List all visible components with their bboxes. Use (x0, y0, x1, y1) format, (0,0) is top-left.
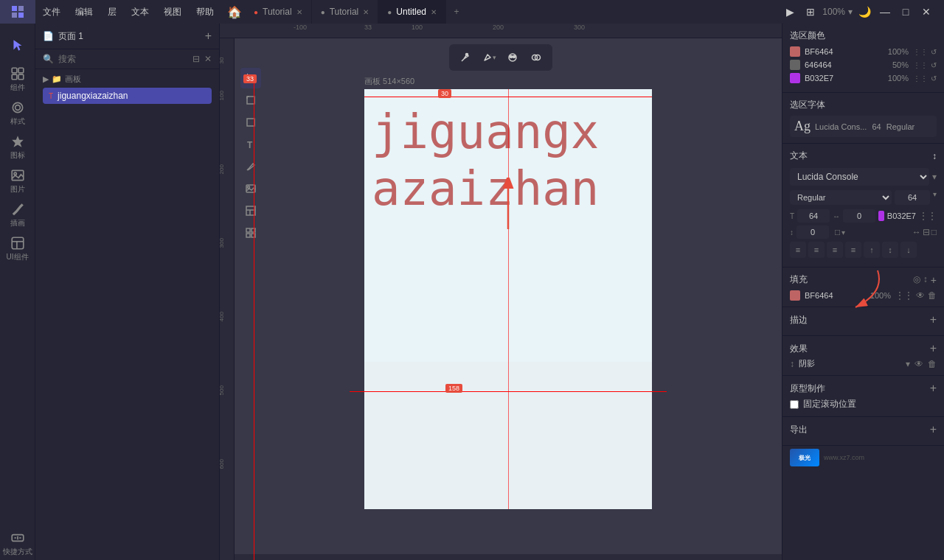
color-refresh-1[interactable]: ↺ (931, 48, 937, 56)
zoom-level[interactable]: 100% (822, 7, 845, 17)
menu-layer[interactable]: 层 (100, 0, 124, 24)
sidebar-sketch[interactable]: 插画 (1, 199, 34, 231)
close-search-icon[interactable]: ✕ (204, 54, 212, 64)
fixed-scroll-checkbox[interactable] (790, 400, 799, 409)
sidebar-shortcut[interactable]: 快捷方式 (1, 528, 34, 560)
valign-bottom-btn[interactable]: ↓ (900, 242, 917, 258)
tab-close-3[interactable]: ✕ (431, 8, 437, 16)
fill-tool[interactable]: ▾ (479, 47, 499, 68)
fill-opacity-icon[interactable]: ◎ (913, 274, 920, 286)
align-justify-btn[interactable]: ≡ (845, 242, 861, 258)
align-center-btn[interactable]: ≡ (808, 242, 825, 258)
close-button[interactable]: ✕ (917, 3, 935, 21)
fill-grid-btn[interactable]: ⋮⋮ (895, 290, 913, 301)
font-family-select[interactable]: Lucida Console (790, 168, 929, 186)
expand-icon[interactable]: ▶ (43, 74, 49, 84)
add-page-button[interactable]: + (205, 29, 212, 43)
below-artboard: 158 (364, 362, 652, 509)
valign-top-btn[interactable]: ↑ (864, 242, 880, 258)
text-tool-button[interactable]: T (240, 134, 261, 155)
tab-close-1[interactable]: ✕ (296, 8, 302, 16)
svg-rect-6 (18, 68, 24, 73)
tab-tutorial-2[interactable]: ● Tutorial ✕ (312, 0, 379, 24)
tab-close-2[interactable]: ✕ (363, 8, 369, 16)
add-tab-button[interactable]: + (446, 0, 467, 24)
color-grid-2[interactable]: ⋮⋮ (913, 61, 928, 69)
font-size-dropdown[interactable]: ▾ (933, 190, 937, 205)
guide-h-top: 30 (364, 97, 652, 97)
text-sort-icon[interactable]: ↕ (932, 151, 937, 161)
box-icon[interactable]: □ (835, 227, 840, 237)
layout-tool-button[interactable] (240, 200, 261, 221)
font-size-input[interactable] (895, 190, 930, 205)
pen-tool[interactable] (455, 47, 476, 68)
maximize-button[interactable]: □ (897, 3, 914, 21)
color-refresh-3[interactable]: ↺ (931, 74, 937, 83)
grid-tool-button[interactable] (240, 223, 261, 243)
text-color-chip[interactable] (878, 211, 884, 221)
align-h-icon[interactable]: ↔ (912, 227, 921, 237)
canvas-area[interactable]: -100 33 100 200 300 (220, 24, 782, 560)
grid-button[interactable]: ⊞ (802, 3, 819, 21)
text-color-grid[interactable]: ⋮⋮ (919, 211, 937, 221)
sidebar-select-tool[interactable] (1, 29, 34, 62)
scale-tool-button[interactable] (240, 90, 261, 111)
sidebar-image[interactable]: 图片 (1, 165, 34, 197)
sidebar-component[interactable]: 组件 (1, 63, 34, 96)
home-button[interactable]: 🏠 (224, 1, 245, 22)
tab-tutorial-1[interactable]: ● Tutorial ✕ (245, 0, 312, 24)
horizontal-scrollbar[interactable] (235, 554, 782, 560)
fill-delete-btn[interactable]: 🗑 (928, 290, 937, 301)
sidebar-style[interactable]: 样式 (1, 97, 34, 130)
color-grid-3[interactable]: ⋮⋮ (913, 74, 928, 83)
boolean-tool[interactable] (526, 47, 546, 68)
rectangle-tool-button[interactable] (240, 112, 261, 133)
fill-sort-icon[interactable]: ↕ (923, 274, 928, 286)
box-dropdown[interactable]: ▾ (841, 228, 845, 237)
fill-color-swatch[interactable] (790, 290, 800, 301)
list-view-icon[interactable]: ⊟ (192, 54, 200, 64)
effect-dropdown[interactable]: ▾ (906, 359, 910, 369)
color-swatch-3[interactable] (790, 73, 800, 83)
menu-edit[interactable]: 编辑 (68, 0, 100, 24)
fill-add-icon[interactable]: + (931, 274, 937, 286)
color-swatch-2[interactable] (790, 60, 800, 70)
tab-untitled[interactable]: ● Untitled ✕ (378, 0, 446, 24)
align-left-btn[interactable]: ≡ (790, 242, 806, 258)
effect-eye[interactable]: 👁 (914, 359, 923, 369)
align-right-btn[interactable]: ≡ (827, 242, 843, 258)
menu-text[interactable]: 文本 (124, 0, 156, 24)
search-input[interactable] (58, 54, 188, 64)
dark-mode-button[interactable]: 🌙 (856, 3, 873, 21)
selection-color-section: 选区颜色 BF6464 100% ⋮⋮ ↺ 646464 50% ⋮⋮ ↺ (782, 24, 944, 93)
proto-add-button[interactable]: + (930, 382, 937, 395)
sidebar-icon-tool[interactable]: 图标 (1, 131, 34, 164)
align-right-icon[interactable]: □ (931, 227, 937, 237)
align-center-icon[interactable]: ⊟ (923, 227, 930, 237)
menu-help[interactable]: 帮助 (189, 0, 221, 24)
font-style-select[interactable]: Regular (790, 190, 892, 205)
stroke-add-button[interactable]: + (930, 313, 937, 326)
color-grid-1[interactable]: ⋮⋮ (913, 48, 928, 56)
image-tool-button[interactable] (240, 178, 261, 199)
font-dropdown-icon[interactable]: ▾ (932, 172, 937, 182)
line-height-input[interactable] (796, 225, 829, 239)
effect-icon[interactable]: ↕ (790, 359, 794, 369)
menu-file[interactable]: 文件 (35, 0, 68, 24)
layer-item-text[interactable]: T jiguangxiazaizhan (43, 88, 212, 104)
effect-add-button[interactable]: + (930, 342, 937, 355)
minimize-button[interactable]: — (876, 3, 894, 21)
mask-tool[interactable] (502, 47, 523, 68)
play-button[interactable]: ▶ (781, 3, 799, 21)
color-refresh-2[interactable]: ↺ (931, 61, 937, 69)
sidebar-ui[interactable]: UI组件 (1, 233, 34, 265)
text-spacing-input[interactable] (843, 209, 875, 223)
export-add-button[interactable]: + (930, 423, 937, 436)
pen-tool-button[interactable] (240, 156, 261, 177)
menu-view[interactable]: 视图 (156, 0, 189, 24)
text-char-size[interactable] (797, 209, 830, 223)
effect-delete[interactable]: 🗑 (928, 359, 937, 369)
valign-middle-btn[interactable]: ↕ (882, 242, 898, 258)
color-swatch-1[interactable] (790, 46, 800, 57)
fill-eye-btn[interactable]: 👁 (916, 290, 925, 301)
